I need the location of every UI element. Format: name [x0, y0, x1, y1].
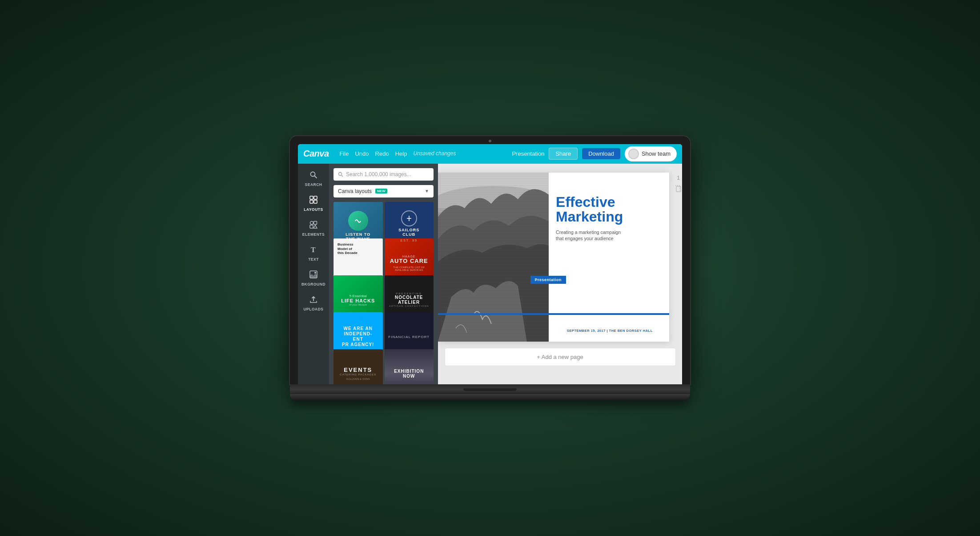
- topbar-menu: File Undo Redo Help Unsaved changes: [340, 150, 456, 157]
- sidebar: SEARCH LAYOUTS: [298, 164, 329, 384]
- layout-card-10[interactable]: EXHIBITIONNOW ⭐ FREE: [385, 349, 434, 384]
- layouts-dropdown[interactable]: Canva layouts NEW ▼: [333, 185, 434, 197]
- topbar: Canva File Undo Redo Help Unsaved change…: [298, 144, 682, 164]
- sidebar-text-label: TEXT: [308, 257, 319, 262]
- main-area: SEARCH LAYOUTS: [298, 164, 682, 384]
- svg-marker-8: [313, 225, 317, 228]
- sidebar-search-label: SEARCH: [305, 182, 322, 187]
- sidebar-uploads-label: UPLOADS: [303, 307, 323, 311]
- slide-tag: Presentation: [530, 276, 566, 284]
- sidebar-item-uploads[interactable]: UPLOADS: [301, 292, 326, 315]
- svg-point-13: [339, 172, 342, 175]
- text-icon: T: [309, 246, 317, 256]
- unsaved-indicator: Unsaved changes: [413, 150, 456, 157]
- svg-rect-3: [314, 196, 317, 199]
- search-icon: [309, 171, 317, 181]
- chevron-down-icon: ▼: [425, 189, 429, 193]
- menu-file[interactable]: File: [340, 150, 349, 157]
- add-page-button[interactable]: + Add a new page: [445, 348, 676, 366]
- layout-card-9[interactable]: EVENTS CATERING PACKAGES SULLIVAN & SONS…: [333, 349, 383, 384]
- canva-logo[interactable]: Canva: [303, 149, 329, 159]
- slide-wrapper: Effective Marketing Creating a marketing…: [438, 173, 682, 342]
- svg-point-16: [438, 186, 549, 222]
- show-team-label: Show team: [642, 150, 671, 157]
- slide-blue-bar: [438, 313, 669, 315]
- slide-subtitle: Creating a marketing campaignthat engage…: [556, 229, 660, 242]
- show-team-button[interactable]: Show team: [625, 146, 677, 161]
- panels-area: Search 1,000,000 images... Canva layouts…: [329, 164, 438, 384]
- canvas-area: Effective Marketing Creating a marketing…: [438, 164, 682, 384]
- menu-undo[interactable]: Undo: [355, 150, 369, 157]
- sidebar-background-label: BKGROUND: [301, 282, 325, 286]
- slide-right: Effective Marketing Creating a marketing…: [549, 173, 669, 342]
- slide-canvas[interactable]: Effective Marketing Creating a marketing…: [438, 173, 669, 342]
- download-button[interactable]: Download: [582, 148, 620, 159]
- sidebar-item-background[interactable]: BKGROUND: [301, 267, 326, 290]
- sidebar-item-text[interactable]: T TEXT: [301, 242, 326, 265]
- avatar: [628, 149, 639, 159]
- svg-rect-9: [310, 225, 313, 228]
- slide-number-col: 1: [675, 173, 683, 194]
- copy-slide-icon[interactable]: [675, 185, 683, 194]
- uploads-icon: [309, 295, 317, 306]
- app-container: Canva File Undo Redo Help Unsaved change…: [298, 144, 682, 384]
- search-placeholder: Search 1,000,000 images...: [346, 171, 411, 177]
- background-icon: [309, 270, 317, 281]
- topbar-right: Presentation Share Download Show team: [512, 146, 677, 161]
- svg-rect-15: [438, 173, 549, 208]
- svg-line-1: [314, 176, 317, 178]
- slide-date: SEPTEMBER 15, 2017 | THE BEN DORSEY HALL: [558, 329, 669, 333]
- sidebar-elements-label: ELEMENTS: [302, 232, 325, 237]
- svg-text:T: T: [311, 246, 316, 254]
- presentation-label: Presentation: [512, 150, 544, 157]
- svg-rect-2: [310, 196, 313, 199]
- svg-point-6: [310, 221, 313, 224]
- svg-rect-4: [310, 200, 313, 203]
- slide-title: Effective Marketing: [556, 195, 660, 225]
- share-button[interactable]: Share: [549, 148, 578, 160]
- sidebar-layouts-label: LAYOUTS: [304, 207, 323, 212]
- menu-help[interactable]: Help: [395, 150, 407, 157]
- search-bar[interactable]: Search 1,000,000 images...: [333, 168, 434, 181]
- svg-rect-7: [314, 221, 317, 224]
- dropdown-label: Canva layouts: [338, 188, 372, 194]
- menu-redo[interactable]: Redo: [375, 150, 389, 157]
- svg-rect-5: [314, 200, 317, 203]
- svg-line-14: [341, 175, 343, 177]
- sidebar-item-elements[interactable]: ELEMENTS: [301, 217, 326, 240]
- layouts-grid: LISTEN TOTHE WAVE ⭐ FREE: [329, 202, 438, 384]
- page-number: 1: [677, 174, 680, 181]
- elements-icon: [309, 221, 317, 231]
- sidebar-item-layouts[interactable]: LAYOUTS: [301, 192, 326, 215]
- svg-point-12: [314, 272, 316, 274]
- sidebar-item-search[interactable]: SEARCH: [301, 167, 326, 190]
- layouts-icon: [309, 196, 317, 206]
- new-badge: NEW: [375, 189, 387, 193]
- slide-image: [438, 173, 549, 342]
